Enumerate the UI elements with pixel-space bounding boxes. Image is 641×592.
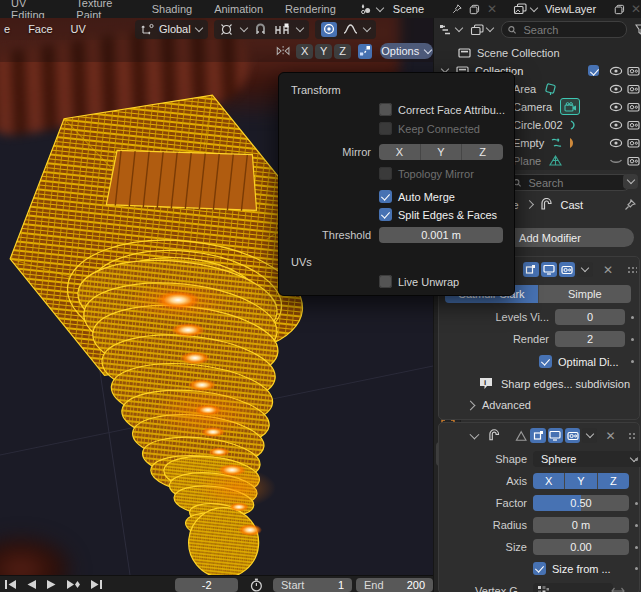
disable-render-camera-icon[interactable] xyxy=(627,65,640,76)
properties-search-input[interactable] xyxy=(526,176,624,190)
radius-field[interactable]: 0 m xyxy=(533,517,629,533)
factor-animate-dot[interactable] xyxy=(635,502,638,505)
scene-name[interactable]: Scene xyxy=(393,3,424,15)
proportional-editing-toggle[interactable] xyxy=(321,22,337,37)
mirror-icon[interactable] xyxy=(276,44,290,58)
current-frame-field[interactable]: -2 xyxy=(175,578,238,592)
topology-mirror-label[interactable]: Topology Mirror xyxy=(398,168,474,180)
cast-drag-handle[interactable] xyxy=(628,432,638,440)
cast-extras-button[interactable] xyxy=(582,428,597,443)
cast-realtime-toggle[interactable] xyxy=(548,428,563,443)
stopwatch-icon[interactable] xyxy=(250,578,263,592)
play-reverse-button[interactable] xyxy=(26,579,37,590)
size-from-checkbox[interactable] xyxy=(533,562,546,575)
cast-collapse-icon[interactable] xyxy=(470,429,480,439)
outliner-display-mode[interactable] xyxy=(439,24,462,36)
new-viewlayer-icon[interactable] xyxy=(614,3,625,16)
scene-selector[interactable] xyxy=(359,3,383,15)
live-unwrap-label[interactable]: Live Unwrap xyxy=(398,276,459,288)
snap-target-icon[interactable] xyxy=(220,23,234,36)
levels-animate-dot[interactable] xyxy=(631,316,634,319)
menu-edge[interactable]: e xyxy=(0,23,19,35)
jump-to-end-button[interactable] xyxy=(90,579,103,590)
falloff-chevron-icon[interactable] xyxy=(362,23,370,31)
invert-vertex-group-icon[interactable] xyxy=(611,586,625,592)
options-button[interactable]: Options xyxy=(380,43,433,59)
disable-render-camera-icon[interactable] xyxy=(627,137,640,148)
cast-render-toggle[interactable] xyxy=(565,428,580,443)
size-from-label[interactable]: Size from ... xyxy=(552,563,611,575)
subsurf-on-cage-toggle[interactable] xyxy=(523,262,539,277)
radius-animate-dot[interactable] xyxy=(635,524,638,527)
render-animate-dot[interactable] xyxy=(631,338,634,341)
hide-eye-icon[interactable] xyxy=(609,102,623,112)
threshold-field[interactable]: 0.001 m xyxy=(379,227,503,243)
end-frame-field[interactable]: End 200 xyxy=(356,578,433,592)
magnet-icon[interactable] xyxy=(254,23,267,36)
absolute-grid-snap-icon[interactable] xyxy=(274,23,290,36)
workspace-tab-animation[interactable]: Animation xyxy=(203,3,274,15)
popup-mirror-x[interactable]: X xyxy=(379,144,421,160)
viewlayer-selector[interactable] xyxy=(513,3,537,15)
properties-search[interactable] xyxy=(506,174,631,191)
keep-connected-label[interactable]: Keep Connected xyxy=(398,123,480,135)
auto-merge-checkbox[interactable] xyxy=(379,190,392,203)
outliner-search[interactable] xyxy=(501,21,627,38)
popup-mirror-z[interactable]: Z xyxy=(462,144,503,160)
disable-render-camera-icon[interactable] xyxy=(627,101,640,112)
hidden-eye-closed-icon[interactable] xyxy=(609,156,623,166)
outliner-search-input[interactable] xyxy=(521,23,620,37)
mirror-z-toggle[interactable]: Z xyxy=(334,44,351,59)
subsurf-drag-handle[interactable] xyxy=(627,266,637,274)
collection-checkbox[interactable] xyxy=(588,65,599,76)
live-unwrap-checkbox[interactable] xyxy=(379,275,392,288)
subsurf-render-toggle[interactable] xyxy=(559,262,575,277)
correct-face-checkbox[interactable] xyxy=(379,103,392,116)
cast-on-cage-toggle[interactable] xyxy=(530,428,545,443)
next-keyframe-button[interactable] xyxy=(66,579,81,590)
disable-render-camera-icon[interactable] xyxy=(627,155,640,166)
disable-render-camera-icon[interactable] xyxy=(627,119,640,130)
viewlayer-name[interactable]: ViewLayer xyxy=(545,3,596,15)
split-edges-label[interactable]: Split Edges & Faces xyxy=(398,209,497,221)
breadcrumb-item[interactable]: Cast xyxy=(561,199,584,211)
filter-funnel-icon[interactable] xyxy=(635,24,641,35)
advanced-section-toggle[interactable]: Advanced xyxy=(467,399,531,411)
unlink-scene-icon[interactable]: ✕ xyxy=(487,3,497,15)
breadcrumb-pin-icon[interactable] xyxy=(624,199,636,211)
outliner-filter-type[interactable] xyxy=(470,24,493,36)
subsurf-realtime-toggle[interactable] xyxy=(541,262,557,277)
shape-animate-dot[interactable] xyxy=(635,458,638,461)
split-edges-checkbox[interactable] xyxy=(379,208,392,221)
mirror-x-toggle[interactable]: X xyxy=(296,44,313,59)
correct-face-label[interactable]: Correct Face Attribu... xyxy=(398,104,505,116)
menu-uv[interactable]: UV xyxy=(62,23,95,35)
cast-axis-y[interactable]: Y xyxy=(565,473,597,489)
falloff-curve-icon[interactable] xyxy=(343,23,358,35)
render-field[interactable]: 2 xyxy=(555,331,625,347)
subsurf-delete-icon[interactable]: ✕ xyxy=(603,264,613,276)
cast-edit-mode-toggle[interactable] xyxy=(515,430,527,442)
factor-slider[interactable]: 0.50 xyxy=(533,495,629,511)
transform-orientation-dropdown[interactable]: Global xyxy=(135,20,208,39)
optimal-animate-dot[interactable] xyxy=(631,360,634,363)
mirror-y-toggle[interactable]: Y xyxy=(315,44,332,59)
pin-icon[interactable] xyxy=(452,3,462,15)
cast-axis-x[interactable]: X xyxy=(533,473,565,489)
size-animate-dot[interactable] xyxy=(635,546,638,549)
disable-render-camera-icon[interactable] xyxy=(627,83,640,94)
snap-symmetry-toggle[interactable] xyxy=(358,44,371,59)
cast-delete-icon[interactable]: ✕ xyxy=(605,430,615,442)
jump-to-start-button[interactable] xyxy=(4,579,17,590)
hide-eye-icon[interactable] xyxy=(609,84,623,94)
remove-viewlayer-icon[interactable]: ✕ xyxy=(631,3,641,15)
workspace-tab-rendering[interactable]: Rendering xyxy=(274,3,347,15)
levels-field[interactable]: 0 xyxy=(555,309,625,325)
menu-face[interactable]: Face xyxy=(19,23,61,35)
play-button[interactable] xyxy=(46,579,57,590)
optimal-display-label[interactable]: Optimal Di... xyxy=(558,356,619,368)
auto-merge-label[interactable]: Auto Merge xyxy=(398,191,455,203)
popup-mirror-y[interactable]: Y xyxy=(421,144,463,160)
size-from-animate-dot[interactable] xyxy=(635,567,638,570)
size-field[interactable]: 0.00 xyxy=(533,539,629,555)
